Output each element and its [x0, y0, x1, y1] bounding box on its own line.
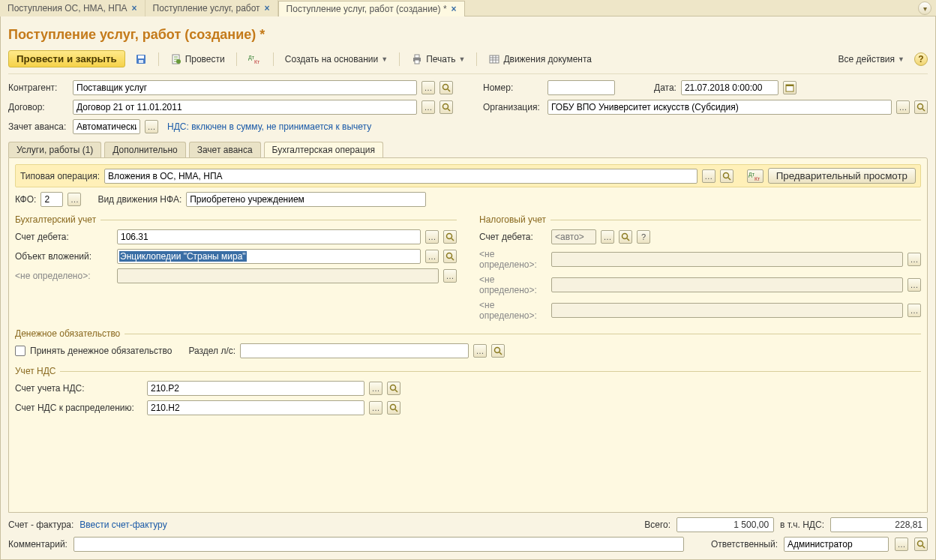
enter-invoice-link[interactable]: Ввести счет-фактуру	[80, 520, 166, 530]
app-tab-2-label: Поступление услуг, работ (создание) *	[286, 4, 447, 14]
tab-services[interactable]: Услуги, работы (1)	[8, 142, 101, 157]
ellipsis-button[interactable]: …	[422, 100, 435, 114]
search-button[interactable]	[387, 401, 400, 415]
svg-line-24	[452, 238, 454, 241]
comment-row: Комментарий: Ответственный: …	[8, 537, 928, 559]
svg-line-12	[448, 89, 450, 91]
search-button[interactable]	[443, 230, 457, 244]
ellipsis-button[interactable]: …	[908, 253, 921, 266]
collapse-tabs-button[interactable]: ▾	[918, 1, 932, 15]
kfo-input[interactable]	[40, 192, 63, 207]
ellipsis-button[interactable]: …	[908, 304, 921, 317]
save-button[interactable]	[130, 51, 152, 67]
counterparty-input[interactable]	[73, 80, 417, 95]
ellipsis-button[interactable]: …	[425, 230, 439, 244]
nu-undef2-input[interactable]	[551, 277, 903, 292]
svg-point-19	[723, 172, 728, 178]
ellipsis-button[interactable]: …	[68, 193, 81, 206]
calendar-button[interactable]	[783, 81, 796, 94]
comment-input[interactable]	[74, 537, 684, 552]
all-actions-button[interactable]: Все действия ▼	[833, 52, 910, 67]
tab-additional[interactable]: Дополнительно	[104, 142, 185, 157]
movements-button[interactable]: Движения документа	[483, 51, 597, 67]
advance-input[interactable]	[73, 119, 140, 134]
post-and-close-button[interactable]: Провести и закрыть	[8, 50, 125, 67]
ellipsis-button[interactable]: …	[145, 120, 158, 133]
search-button[interactable]	[914, 100, 928, 114]
caret-down-icon: ▼	[458, 55, 465, 63]
search-button[interactable]	[619, 230, 632, 244]
ellipsis-button[interactable]: …	[908, 278, 921, 292]
magnifier-icon	[916, 103, 926, 112]
typ-op-label: Типовая операция:	[20, 171, 100, 181]
magnifier-icon	[389, 403, 398, 412]
tab-accounting-op[interactable]: Бухгалтерская операция	[264, 142, 383, 157]
nu-undef1-label: <не определено>:	[479, 249, 547, 270]
dtkt-button[interactable]: ДтКт	[243, 52, 267, 67]
app-tab-0[interactable]: Поступления ОС, НМА, НПА ×	[0, 0, 146, 16]
ellipsis-button[interactable]: …	[896, 100, 910, 114]
svg-line-36	[922, 546, 925, 548]
date-label: Дата:	[654, 82, 676, 93]
typ-op-input[interactable]	[104, 169, 698, 184]
tab-advance[interactable]: Зачет аванса	[189, 142, 261, 157]
print-button[interactable]: Печать ▼	[406, 51, 470, 67]
bu-debit-input[interactable]	[117, 229, 421, 244]
magnifier-icon	[442, 103, 451, 112]
nu-debit-label: Счет дебета:	[479, 232, 547, 242]
vat-note-link[interactable]: НДС: включен в сумму, не принимается к в…	[167, 121, 371, 132]
nu-undef1-input[interactable]	[551, 252, 903, 267]
section-input[interactable]	[240, 343, 469, 358]
nu-debit-input[interactable]	[551, 229, 596, 244]
search-button[interactable]	[443, 250, 457, 263]
obj-input[interactable]: Энциклопедии "Страны мира"	[117, 249, 421, 264]
search-button[interactable]	[387, 382, 400, 395]
app-tab-1[interactable]: Поступление услуг, работ ×	[146, 0, 278, 16]
ellipsis-button[interactable]: …	[443, 269, 457, 283]
ellipsis-button[interactable]: …	[702, 169, 716, 183]
preview-button[interactable]: Предварительный просмотр	[768, 168, 916, 184]
close-icon[interactable]: ×	[265, 3, 270, 13]
nu-undef2-label: <не определено>:	[479, 274, 547, 295]
search-button[interactable]	[440, 81, 453, 94]
close-icon[interactable]: ×	[132, 3, 137, 13]
bu-undef1-label: <не определено>:	[15, 271, 112, 281]
number-input[interactable]	[548, 80, 615, 95]
accept-money-checkbox[interactable]	[15, 346, 26, 356]
dtkt-icon: ДтКт	[748, 171, 762, 181]
help-button[interactable]: ?	[914, 52, 928, 66]
calendar-icon	[785, 83, 794, 92]
dtkt-icon: ДтКт	[248, 54, 262, 64]
nu-undef3-input[interactable]	[551, 303, 903, 318]
create-based-button[interactable]: Создать на основании ▼	[280, 52, 393, 67]
vat-acct-input[interactable]	[147, 381, 364, 396]
app-tab-2[interactable]: Поступление услуг, работ (создание) * ×	[278, 1, 465, 17]
ellipsis-button[interactable]: …	[369, 401, 382, 415]
contract-input[interactable]	[73, 100, 417, 115]
help-field-button[interactable]: ?	[637, 230, 650, 244]
dtkt-preview-icon-button[interactable]: ДтКт	[747, 169, 764, 183]
responsible-input[interactable]	[784, 537, 889, 552]
search-button[interactable]	[440, 100, 453, 114]
svg-line-34	[395, 409, 398, 412]
ellipsis-button[interactable]: …	[425, 250, 439, 263]
close-icon[interactable]: ×	[452, 4, 457, 14]
post-button[interactable]: Провести	[165, 51, 230, 67]
search-button[interactable]	[491, 344, 505, 358]
org-input[interactable]	[548, 100, 892, 115]
search-button[interactable]	[720, 169, 734, 183]
total-value: 1 500,00	[676, 517, 774, 532]
date-input[interactable]	[681, 80, 778, 95]
svg-rect-8	[415, 55, 419, 58]
ellipsis-button[interactable]: …	[473, 344, 487, 358]
ellipsis-button[interactable]: …	[601, 230, 614, 244]
vat-dist-input[interactable]	[147, 400, 364, 415]
ellipsis-button[interactable]: …	[895, 538, 908, 551]
app-tab-bar: Поступления ОС, НМА, НПА × Поступление у…	[0, 0, 936, 16]
ellipsis-button[interactable]: …	[422, 81, 435, 94]
app-tab-1-label: Поступление услуг, работ	[153, 3, 260, 13]
nfa-input[interactable]	[186, 192, 426, 207]
search-button[interactable]	[914, 538, 928, 551]
ellipsis-button[interactable]: …	[369, 382, 382, 395]
bu-undef1-input[interactable]	[117, 268, 439, 283]
